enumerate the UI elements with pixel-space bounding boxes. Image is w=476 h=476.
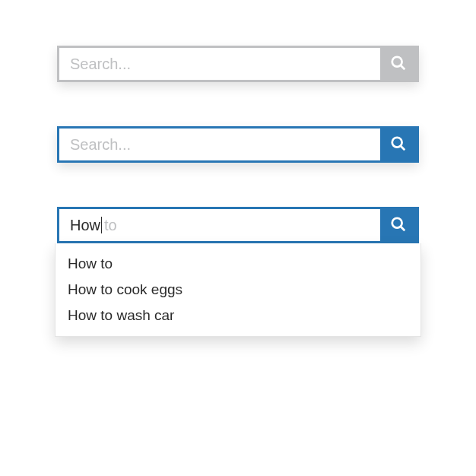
dropdown-item[interactable]: How to	[56, 251, 420, 277]
dropdown-item[interactable]: How to cook eggs	[56, 277, 420, 303]
svg-line-3	[401, 146, 405, 150]
search-input-blue[interactable]	[59, 129, 380, 160]
svg-point-0	[392, 56, 402, 66]
search-bar-autocomplete: How to How to How to cook eggs How to wa…	[57, 207, 419, 243]
search-input-autocomplete[interactable]	[59, 209, 380, 241]
search-icon	[390, 135, 407, 154]
search-icon	[390, 216, 407, 235]
autocomplete-dropdown: How to How to cook eggs How to wash car	[55, 243, 421, 337]
dropdown-item[interactable]: How to wash car	[56, 303, 420, 328]
search-icon	[390, 55, 407, 74]
search-button-blue[interactable]	[380, 129, 417, 160]
svg-point-2	[392, 137, 402, 147]
search-bar-blue	[57, 126, 419, 163]
search-input-gray[interactable]	[59, 48, 380, 80]
search-bar-gray	[57, 46, 419, 82]
svg-point-4	[392, 217, 402, 227]
svg-line-1	[401, 65, 405, 69]
search-button-autocomplete[interactable]	[380, 209, 417, 241]
search-input-wrapper: How to	[59, 209, 380, 241]
search-button-gray[interactable]	[380, 48, 417, 80]
svg-line-5	[401, 227, 405, 230]
